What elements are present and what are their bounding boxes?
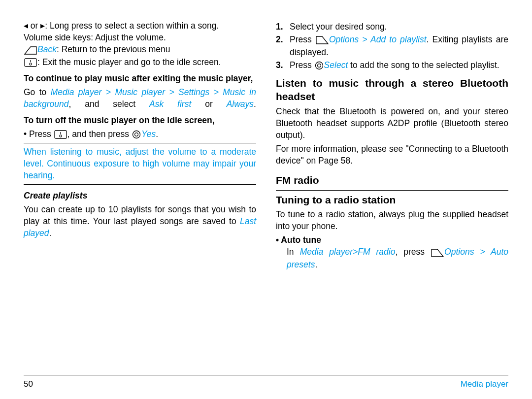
heading-bluetooth: Listen to music through a stereo Bluetoo… [276,76,508,103]
opt-select: Select [324,60,348,70]
softkey-left-icon [431,247,444,259]
content-columns: ◂ or ▸: Long press to select a section w… [24,20,508,362]
para-bt-check: Check that the Bluetooth is powered on, … [276,105,508,141]
t: , and then press [67,129,132,139]
step-1-text: Select your desired song. [290,21,508,33]
softkey-left-icon [316,34,329,46]
heading-fm-radio: FM radio [276,173,508,187]
back-rest: : Return to the previous menu [57,44,170,54]
line-longpress: ◂ or ▸: Long press to select a section w… [24,20,256,32]
line-volume: Volume side keys: Adjust the volume. [24,32,256,43]
t: • Press [24,129,54,139]
section-label: Media player [461,379,508,389]
t: You can create up to 10 playlists for so… [24,204,256,226]
page-number: 50 [24,379,33,389]
step-2: 2. Press Options > Add to playlist. Exit… [276,33,508,58]
footer-divider [24,375,508,375]
svg-point-1 [30,63,32,65]
num-2: 2. [276,33,287,58]
end-key-icon [24,57,37,68]
step-1: 1. Select your desired song. [276,21,508,33]
divider [276,190,508,191]
t: to add the song to the selected playlist… [348,60,499,70]
svg-point-4 [59,135,61,137]
end-key-icon [54,129,67,140]
t: Press [290,34,315,44]
t: Go to [24,87,51,97]
t: In [287,247,300,257]
para-turnoff: • Press , and then press Yes. [24,128,256,140]
softkey-right-icon [24,44,37,56]
t: or [191,99,226,109]
path-fm-radio: Media player>FM radio [300,247,396,257]
t: . [254,99,256,109]
nav-circle-icon [132,129,141,140]
num-3: 3. [276,59,287,71]
opt-yes: Yes [141,129,156,139]
svg-point-9 [317,64,321,67]
para-continue-play: Go to Media player > Music player > Sett… [24,86,256,110]
step-3-text: Press Select to add the song to the sele… [290,59,508,71]
svg-point-6 [133,131,140,138]
heading-tuning: Tuning to a radio station [276,193,508,206]
svg-point-7 [135,133,138,136]
para-tuning: To tune to a radio station, always plug … [276,208,508,232]
divider [24,184,256,185]
heading-continue-play: To continue to play music after exiting … [24,72,256,84]
t: , press [395,247,431,257]
t: . [156,129,158,139]
t: . [315,260,317,269]
svg-point-8 [315,62,323,69]
heading-create-playlists: Create playlists [24,190,256,201]
right-column: 1. Select your desired song. 2. Press Op… [276,20,508,362]
num-1: 1. [276,21,287,33]
exit-text: : Exit the music player and go to the id… [37,57,221,67]
t: , and select [68,99,149,109]
divider [24,143,256,143]
step-3: 3. Press Select to add the song to the s… [276,59,508,71]
page-footer: 50 Media player [24,379,508,389]
opt-always: Always [227,99,254,109]
opt-ask-first: Ask first [149,99,191,109]
line-back: Back: Return to the previous menu [24,43,256,56]
para-auto-tune: In Media player>FM radio, press Options … [276,246,508,270]
opt-add-playlist: Options > Add to playlist [329,34,427,44]
para-create-playlists: You can create up to 10 playlists for so… [24,203,256,239]
line-exit: : Exit the music player and go to the id… [24,56,256,68]
heading-turnoff: To turn off the music player on the idle… [24,114,256,126]
sub-auto-tune: • Auto tune [276,234,508,246]
para-bt-see: For more information, please see "Connec… [276,143,508,166]
t: Press [290,60,314,70]
nav-circle-icon [315,60,324,71]
back-link: Back [37,44,57,54]
left-column: ◂ or ▸: Long press to select a section w… [24,20,256,362]
step-2-text: Press Options > Add to playlist. Exiting… [290,33,508,58]
warning-text: When listening to music, adjust the volu… [24,146,256,181]
t: . [49,228,52,238]
